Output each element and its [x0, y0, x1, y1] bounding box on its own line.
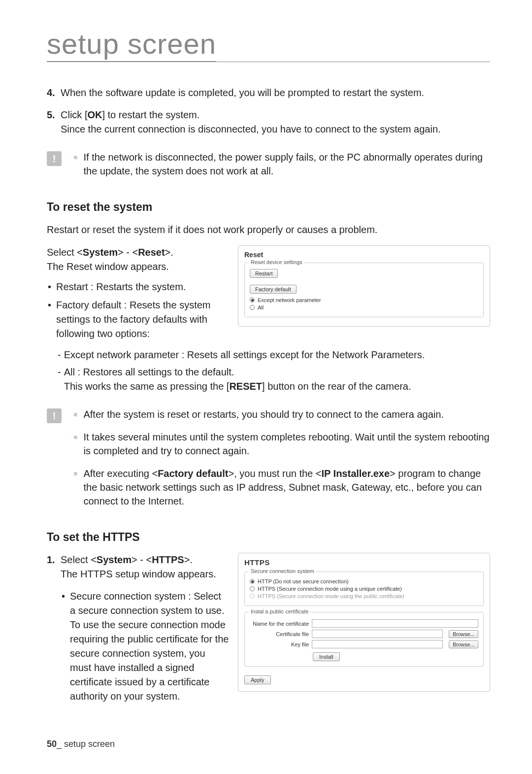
bullet-icon: ■ [73, 153, 77, 178]
caution-icon: ! [47, 408, 62, 423]
sel1-mid: > - < [118, 247, 138, 258]
https-bullet: Secure connection system : Select a secu… [61, 589, 229, 704]
bullet-factory-text: Factory default : Resets the system sett… [56, 298, 229, 341]
footer-label: setup screen [64, 739, 115, 749]
reset-device-legend: Reset device settings [249, 259, 304, 265]
step5-pre: Click [ [61, 109, 87, 120]
h1-system: System [97, 554, 132, 565]
radio-http-label: HTTP (Do not use secure connection) [258, 578, 348, 584]
radio-http[interactable]: HTTP (Do not use secure connection) [250, 578, 478, 584]
sel1-reset: Reset [138, 247, 165, 258]
key-file-label: Key file [250, 641, 309, 647]
caution2a: ■After the system is reset or restarts, … [73, 407, 490, 421]
step5-ok: OK [87, 109, 102, 120]
cert-name-row: Name for the certificate [250, 619, 478, 628]
dash-all: All : Restores all settings to the defau… [58, 365, 490, 394]
https-heading: To set the HTTPS [47, 531, 490, 544]
h1-line2: The HTTPS setup window appears. [61, 569, 216, 579]
h1-pre: Select < [61, 554, 97, 565]
select-reset-line: Select <System> - <Reset>. [47, 245, 229, 260]
cert-name-label: Name for the certificate [250, 621, 309, 627]
radio-dot-icon [250, 305, 255, 310]
caution-block-1: ! ■ If the network is disconnected, the … [47, 150, 490, 187]
cert-file-browse-button[interactable]: Browse... [449, 630, 478, 638]
sel1-system: System [83, 247, 118, 258]
dash-all-l1: All : Restores all settings to the defau… [64, 367, 234, 377]
reset-device-group: Reset device settings Restart Factory de… [244, 263, 484, 317]
radio-except-label: Except network parameter [258, 297, 321, 303]
https-step-1-text: Select <System> - <HTTPS>. The HTTPS set… [61, 553, 229, 581]
footer-sep: _ [57, 739, 64, 749]
h1-mid: > - < [132, 554, 152, 565]
reset-window-appears: The Reset window appears. [47, 260, 229, 274]
page-title: setup screen [47, 27, 216, 62]
step-5: 5. Click [OK] to restart the system. Sin… [47, 108, 490, 136]
factory-default-button[interactable]: Factory default [250, 285, 297, 294]
cert-name-input[interactable] [312, 619, 478, 628]
bullet-icon: ■ [73, 433, 77, 458]
secure-conn-legend: Secure connection system [249, 568, 316, 574]
https-step-1-num: 1. [47, 553, 61, 581]
radio-all-label: All [258, 304, 264, 310]
install-cert-group: Instal a public certificate Name for the… [244, 612, 484, 667]
bullet-factory: Factory default : Resets the system sett… [47, 298, 229, 341]
https-bullet-text: Secure connection system : Select a secu… [70, 589, 229, 704]
restart-button[interactable]: Restart [250, 269, 278, 278]
key-file-input[interactable] [312, 640, 443, 648]
reset-intro: Restart or reset the system if it does n… [47, 223, 490, 236]
step-4-text: When the software update is completed, y… [61, 86, 490, 100]
step-5-num: 5. [47, 108, 61, 136]
dash-all-reset-bold: RESET [229, 381, 262, 392]
apply-button[interactable]: Apply [244, 675, 271, 684]
https-panel-title: HTTPS [244, 558, 484, 567]
caution-icon: ! [47, 151, 62, 166]
cert-file-row: Certificate file Browse... [250, 630, 478, 638]
caution2c-text: After executing <Factory default>, you m… [83, 467, 490, 508]
caution-block-2: ! ■After the system is reset or restarts… [47, 407, 490, 517]
bullet-restart-text: Restart : Restarts the system. [56, 280, 229, 294]
radio-https-public[interactable]: HTTPS (Secure connection mode using the … [250, 593, 478, 599]
page-number: 50 [47, 739, 57, 749]
step5-post: ] to restart the system. [102, 109, 200, 120]
sel1-post: >. [165, 247, 173, 258]
page-footer: 50_ setup screen [47, 739, 115, 749]
caution1: ■ If the network is disconnected, the po… [73, 150, 490, 178]
radio-dot-icon [250, 586, 255, 591]
reset-panel: Reset Reset device settings Restart Fact… [238, 245, 490, 327]
key-file-row: Key file Browse... [250, 640, 478, 648]
cert-file-label: Certificate file [250, 631, 309, 637]
radio-except-network[interactable]: Except network parameter [250, 297, 478, 303]
cert-file-input[interactable] [312, 630, 443, 638]
sel1-pre: Select < [47, 247, 83, 258]
radio-dot-selected-icon [250, 579, 255, 584]
c2c-fd: Factory default [158, 468, 228, 479]
c2c-mid: >, you must run the < [228, 468, 321, 479]
key-file-browse-button[interactable]: Browse... [449, 640, 478, 648]
caution2a-text: After the system is reset or restarts, y… [83, 407, 490, 421]
install-cert-legend: Instal a public certificate [249, 608, 310, 614]
caution2c: ■ After executing <Factory default>, you… [73, 467, 490, 508]
step-4-num: 4. [47, 86, 61, 100]
dash-all-body: All : Restores all settings to the defau… [64, 365, 490, 394]
radio-dot-icon [250, 594, 255, 599]
reset-panel-title: Reset [244, 251, 484, 259]
title-rule [47, 62, 490, 62]
step-5-text: Click [OK] to restart the system. Since … [61, 108, 490, 136]
bullet-icon: ■ [73, 469, 77, 508]
step-4: 4. When the software update is completed… [47, 86, 490, 100]
install-button[interactable]: Install [313, 652, 340, 661]
https-step-1: 1. Select <System> - <HTTPS>. The HTTPS … [47, 553, 229, 581]
h1-post: >. [184, 554, 193, 565]
radio-all[interactable]: All [250, 304, 478, 310]
radio-https-unique[interactable]: HTTPS (Secure connection mode using a un… [250, 586, 478, 592]
reset-heading: To reset the system [47, 201, 490, 214]
c2c-ip: IP Installer.exe [321, 468, 390, 479]
h1-https: HTTPS [152, 554, 184, 565]
dash-except-text: Except network parameter : Resets all se… [64, 348, 490, 362]
https-panel: HTTPS Secure connection system HTTP (Do … [238, 553, 490, 692]
caution2b-text: It takes several minutes until the syste… [83, 430, 490, 458]
radio-https-unique-label: HTTPS (Secure connection mode using a un… [258, 586, 402, 592]
radio-dot-selected-icon [250, 298, 255, 303]
secure-conn-group: Secure connection system HTTP (Do not us… [244, 572, 484, 606]
c2c-pre: After executing < [83, 468, 158, 479]
